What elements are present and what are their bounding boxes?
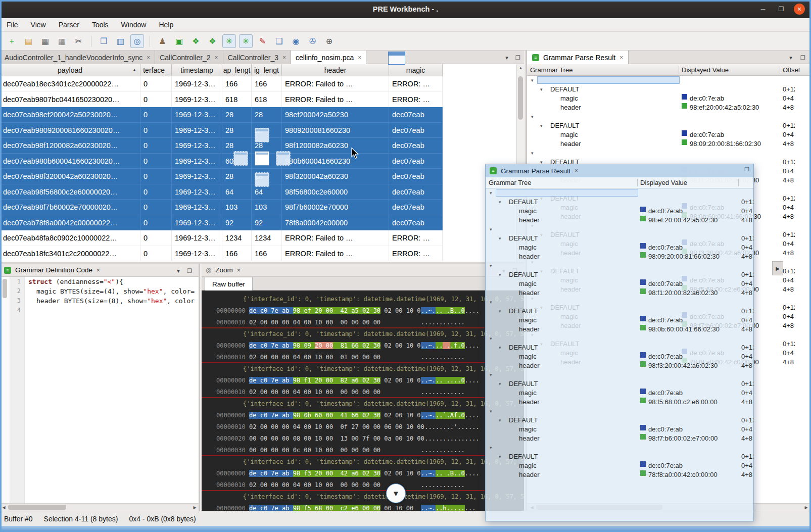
chevron-down-icon[interactable]: ▾ (490, 370, 492, 379)
code-line[interactable]: 2magic BYTES(size=(4), show="hex", color… (10, 286, 199, 296)
field-row-magic[interactable]: magicde:c0:7e:ab0+4 (486, 352, 753, 361)
column-divider[interactable] (780, 66, 780, 74)
column-header-magic[interactable]: magic (389, 64, 443, 76)
zoom-panel-header[interactable]: ◎ Zoom × ▾ ❐ (202, 264, 524, 277)
marker-icon[interactable]: ✎ (256, 34, 269, 48)
parse-result-column-header[interactable]: Grammar Tree Displayed Value Offset (527, 64, 811, 76)
open-file-icon[interactable]: ▤ (22, 34, 35, 48)
titlebar[interactable]: PRE Workbench - . ─ ❐ × (0, 0, 811, 18)
scroll-left-icon[interactable]: ◀ (0, 504, 8, 511)
field-row-magic[interactable]: magicde:c0:7e:ab0+4 (486, 425, 753, 434)
field-row-header[interactable]: header98:09:20:00:81:66:02:304+8 (486, 252, 753, 261)
column-header-timestamp[interactable]: timestamp (172, 64, 222, 76)
field-row-magic[interactable]: magicde:c0:7e:ab0+4 (486, 316, 753, 325)
field-row-header[interactable]: header98:f1:20:00:82:a6:02:304+8 (486, 288, 753, 298)
packet-node-row[interactable]: ▾ (486, 370, 753, 379)
float-panel-icon[interactable]: ❐ (184, 266, 195, 276)
scroll-up-icon[interactable]: ▲ (517, 64, 524, 71)
packet-node-row[interactable]: ▾ (486, 298, 753, 307)
table-row[interactable]: dec07eab18fc3401c2c20000022…01969-12-3…1… (0, 246, 516, 262)
menu-tools[interactable]: Tools (92, 21, 109, 29)
hex-row[interactable]: 00000000de c0 7e ab 98 f3 20 00 42 a6 02… (202, 468, 524, 479)
panel-menu-icon[interactable]: ▾ (173, 266, 183, 276)
panel-menu-icon[interactable]: ▾ (786, 53, 796, 63)
auto-reparse-icon[interactable]: ✳ (222, 34, 236, 48)
code-editor[interactable]: 1struct (endianness="<"){2magic BYTES(si… (0, 277, 199, 503)
menu-window[interactable]: Window (121, 21, 147, 29)
hex-row[interactable]: 0000001002 00 00 00 04 00 10 00 00 00 00… (202, 317, 485, 328)
search-icon[interactable]: ⊕ (322, 34, 336, 48)
chevron-down-icon[interactable]: ▾ (499, 452, 501, 461)
field-row-header[interactable]: header98:0b:60:00:41:66:02:304+8 (486, 325, 753, 334)
chevron-down-icon[interactable]: ▾ (499, 343, 501, 352)
tab-close-icon[interactable]: × (147, 54, 150, 61)
scroll-right-icon[interactable]: ▶ (802, 504, 810, 511)
packet-node-row[interactable]: ▾ (486, 261, 753, 270)
table-row[interactable]: dec07eab48fa8c0902c10000022…01969-12-3…1… (0, 230, 516, 246)
field-row-magic[interactable]: magicde:c0:7e:ab0+4 (486, 279, 753, 288)
chevron-down-icon[interactable]: ▾ (499, 270, 501, 279)
column-header-ap_lengt[interactable]: ap_lengt (222, 64, 252, 76)
chevron-down-icon[interactable]: ▾ (540, 85, 543, 94)
floating-column-header[interactable]: Grammar Tree Displayed Value (486, 177, 753, 188)
tab-callcontroller_3[interactable]: CallController_3× (223, 51, 291, 64)
tab-close-icon[interactable]: × (619, 54, 623, 61)
chevron-down-icon[interactable]: ▾ (490, 225, 492, 234)
struct-node-row[interactable]: ▾DEFAULT0+12 (486, 307, 753, 316)
packet-node-row[interactable]: ▾ (486, 334, 753, 343)
minimize-button[interactable]: ─ (757, 4, 769, 15)
menu-view[interactable]: View (31, 21, 46, 29)
struct-node-row[interactable]: ▾DEFAULT0+12 (486, 270, 753, 279)
column-header-header[interactable]: header (282, 64, 389, 76)
print-icon[interactable]: ▥ (114, 34, 127, 48)
maximize-button[interactable]: ❐ (776, 4, 787, 15)
chevron-down-icon[interactable]: ▾ (531, 112, 534, 121)
window-icon[interactable]: ❑ (272, 34, 286, 48)
floating-parse-result-window[interactable]: ≡ Grammar Parse Result × ❐ Grammar Tree … (485, 164, 754, 521)
chevron-down-icon[interactable]: ▾ (490, 188, 492, 198)
field-row-magic[interactable]: magicde:c0:7e:ab0+4 (527, 130, 811, 139)
scroll-right-button[interactable]: ▶ (772, 261, 783, 275)
field-row-magic[interactable]: magicde:c0:7e:ab0+4 (527, 94, 811, 103)
struct-node-row[interactable]: ▾DEFAULT0+12 (486, 343, 753, 352)
struct-node-row[interactable]: ▾DEFAULT0+12 (486, 416, 753, 425)
field-row-header[interactable]: header98:f3:20:00:42:a6:02:304+8 (486, 361, 753, 370)
menu-file[interactable]: File (7, 21, 18, 29)
hex-row[interactable]: 0000001002 00 00 00 04 00 10 00 0f 27 00… (202, 421, 524, 433)
close-panel-icon[interactable]: × (237, 267, 241, 274)
dock-target-top[interactable] (255, 128, 269, 142)
identity-icon[interactable]: ♟ (156, 34, 169, 48)
hex-row[interactable]: 0000003000 00 00 00 0c 00 10 00 00 00 00… (202, 445, 485, 456)
code-line[interactable]: 1struct (endianness="<"){ (10, 277, 199, 286)
field-row-header[interactable]: header98:ef:20:00:42:a5:02:304+8 (486, 216, 753, 225)
grammar-definition-header[interactable]: ≡ Grammar Definition Code × ▾ ❐ (0, 264, 199, 277)
table-row[interactable]: dec07eab98f7b60002e70000020…01969-12-3…1… (0, 200, 516, 215)
tab-callcontroller_2[interactable]: CallController_2× (155, 51, 223, 64)
struct-node-row[interactable]: ▾DEFAULT0+12 (527, 85, 811, 94)
chevron-down-icon[interactable]: ▾ (499, 307, 501, 316)
struct-node-row[interactable]: ▾DEFAULT0+12 (486, 198, 753, 207)
vscroll-thumb[interactable] (518, 76, 523, 120)
packet-node-row[interactable]: ▾ (486, 225, 753, 234)
column-divider[interactable] (738, 179, 739, 186)
close-panel-icon[interactable]: × (575, 167, 578, 174)
dock-target-bottom[interactable] (255, 172, 269, 187)
table-row[interactable]: dec07eab98ef200042a50230020…01969-12-3…2… (0, 107, 516, 123)
float-panel-icon[interactable]: ❐ (798, 53, 808, 63)
find-icon[interactable]: ◎ (130, 34, 144, 48)
field-row-magic[interactable]: magicde:c0:7e:ab0+4 (486, 207, 753, 216)
struct-node-row[interactable]: ▾DEFAULT0+12 (486, 234, 753, 243)
dock-target-right[interactable] (276, 151, 291, 166)
tab-grammar-parse-result[interactable]: ≡ Grammar Parse Result × (527, 51, 629, 64)
tab-close-icon[interactable]: × (215, 54, 218, 61)
parse-tree-icon[interactable]: ❖ (206, 34, 219, 48)
tab-audiocontroller_1_handlevocoderinfo_sync[interactable]: AudioController_1_handleVocoderInfo_sync… (0, 51, 155, 64)
chevron-down-icon[interactable]: ▾ (490, 261, 492, 270)
dock-target-left[interactable] (233, 151, 248, 166)
camera-icon[interactable]: ✇ (306, 34, 319, 48)
packet-node-row[interactable]: ▾ (486, 188, 753, 198)
code-hscroll-thumb[interactable] (8, 505, 66, 510)
tab-close-icon[interactable]: × (282, 54, 286, 61)
cut-icon[interactable]: ✂ (72, 34, 85, 48)
field-row-header[interactable]: header98:f7:b6:00:02:e7:00:004+8 (486, 434, 753, 443)
